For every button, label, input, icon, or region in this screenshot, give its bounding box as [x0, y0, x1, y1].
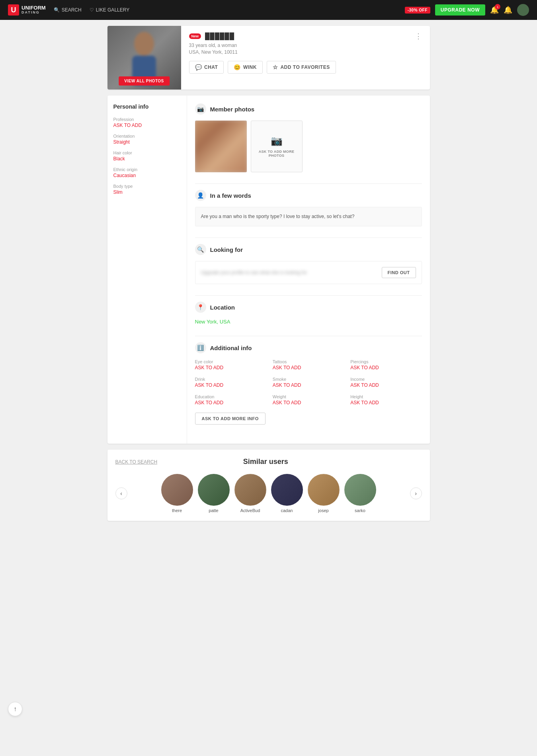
- carousel-prev-button[interactable]: ‹: [115, 487, 127, 499]
- ethnic-origin-group: Ethnic origin Caucasian: [113, 167, 181, 178]
- education-group: Education ASK TO ADD: [195, 394, 266, 405]
- discount-badge: -30% OFF: [405, 7, 430, 14]
- body-type-group: Body type Slim: [113, 184, 181, 195]
- list-item[interactable]: sarko: [344, 474, 376, 513]
- orientation-value: Straight: [113, 139, 181, 145]
- user-name-there: there: [172, 508, 182, 513]
- looking-for-section: 🔍 Looking for Upgrade your profile to se…: [195, 244, 422, 284]
- additional-section-title: Additional info: [210, 345, 252, 351]
- camera-placeholder-icon: 📷: [271, 135, 283, 146]
- additional-info-grid: Eye color ASK TO ADD Tattoos ASK TO ADD …: [195, 359, 422, 405]
- wink-button[interactable]: 😊 WINK: [228, 61, 263, 74]
- logo[interactable]: U UNIFORM DATING: [8, 4, 46, 16]
- location-value: New York, USA: [195, 319, 422, 325]
- looking-for-box: Upgrade your profile to see what she is …: [195, 261, 422, 284]
- hair-color-group: Hair color Black: [113, 150, 181, 162]
- tattoos-group: Tattoos ASK TO ADD: [273, 359, 344, 370]
- words-section-title: In a few words: [210, 192, 251, 199]
- star-icon: ☆: [273, 64, 278, 70]
- profile-info-section: New ██████ ⋮ 33 years old, a woman USA, …: [181, 26, 430, 90]
- ask-more-photos-button[interactable]: 📷 ASK TO ADD MORE PHOTOS: [251, 121, 303, 172]
- heart-icon: ♡: [90, 7, 94, 13]
- similar-users-row: ‹ there patte: [115, 474, 422, 513]
- profession-label: Profession: [113, 117, 181, 122]
- weight-group: Weight ASK TO ADD: [273, 394, 344, 405]
- list-item[interactable]: ActiveBud: [234, 474, 266, 513]
- new-badge: New: [189, 33, 201, 39]
- profession-value: ASK TO ADD: [113, 123, 181, 128]
- user-name-josep: josep: [318, 508, 328, 513]
- main-content: Personal info Profession ASK TO ADD Orie…: [107, 95, 430, 444]
- profile-sections: 📷 Member photos 📷 ASK TO ADD MORE PHOTOS: [187, 95, 430, 444]
- navbar: U UNIFORM DATING 🔍 SEARCH ♡ LIKE GALLERY…: [0, 0, 537, 20]
- photo-thumb-1[interactable]: [195, 121, 247, 172]
- body-type-value: Slim: [113, 189, 181, 195]
- user-avatar-nav[interactable]: [517, 4, 529, 16]
- upgrade-button[interactable]: UPGRADE NOW: [435, 4, 485, 16]
- orientation-label: Orientation: [113, 134, 181, 138]
- personal-info-title: Personal info: [113, 103, 181, 110]
- in-a-few-words-section: 👤 In a few words Are you a man who is th…: [195, 190, 422, 226]
- user-avatar-patte: [198, 474, 230, 506]
- logo-sub: DATING: [21, 11, 46, 15]
- back-to-search-link[interactable]: BACK TO SEARCH: [115, 459, 158, 465]
- photos-section-title: Member photos: [210, 106, 255, 113]
- users-list: there patte ActiveBud: [131, 474, 406, 513]
- chat-icon: 💬: [195, 64, 202, 70]
- profile-actions: 💬 CHAT 😊 WINK ☆ ADD TO FAVORITES: [189, 61, 422, 74]
- looking-section-title: Looking for: [210, 246, 243, 253]
- similar-users-title: Similar users: [157, 458, 374, 466]
- location-section-title: Location: [210, 304, 235, 311]
- bell-icon[interactable]: 🔔: [504, 6, 512, 14]
- ethnic-origin-value: Caucasian: [113, 173, 181, 178]
- blurred-looking-for-text: Upgrade your profile to see what she is …: [201, 269, 378, 277]
- person-section-icon: 👤: [195, 190, 206, 201]
- income-group: Income ASK TO ADD: [350, 377, 422, 388]
- notifications-icon[interactable]: 🔔 1: [490, 6, 499, 14]
- user-avatar-sarko: [344, 474, 376, 506]
- user-avatar-josep: [308, 474, 340, 506]
- view-all-photos-button[interactable]: VIEW ALL PHOTOS: [119, 76, 170, 86]
- user-name-sarko: sarko: [355, 508, 365, 513]
- similar-users-card: BACK TO SEARCH Similar users ‹ there pat…: [107, 450, 430, 521]
- location-section: 📍 Location New York, USA: [195, 302, 422, 325]
- orientation-group: Orientation Straight: [113, 134, 181, 145]
- user-name-cadan: cadan: [281, 508, 293, 513]
- like-gallery-link[interactable]: ♡ LIKE GALLERY: [90, 7, 130, 13]
- logo-name: UNIFORM: [21, 5, 46, 11]
- profession-group: Profession ASK TO ADD: [113, 117, 181, 128]
- hair-color-value: Black: [113, 156, 181, 162]
- list-item[interactable]: cadan: [271, 474, 303, 513]
- chat-button[interactable]: 💬 CHAT: [189, 61, 224, 74]
- profile-name-row: New ██████ ⋮: [189, 32, 422, 41]
- page-container: VIEW ALL PHOTOS New ██████ ⋮ 33 years ol…: [102, 20, 436, 533]
- photos-grid: 📷 ASK TO ADD MORE PHOTOS: [195, 121, 422, 172]
- user-avatar-cadan: [271, 474, 303, 506]
- info-section-icon: ℹ️: [195, 342, 206, 353]
- logo-u: U: [8, 4, 19, 16]
- drink-group: Drink ASK TO ADD: [195, 377, 266, 388]
- profile-photo-section: VIEW ALL PHOTOS: [107, 26, 181, 90]
- camera-section-icon: 📷: [195, 103, 206, 115]
- sidebar: Personal info Profession ASK TO ADD Orie…: [107, 95, 187, 444]
- user-name-activebud: ActiveBud: [240, 508, 260, 513]
- search-link[interactable]: 🔍 SEARCH: [54, 7, 82, 13]
- carousel-next-button[interactable]: ›: [410, 487, 422, 499]
- user-avatar-activebud: [234, 474, 266, 506]
- list-item[interactable]: patte: [198, 474, 230, 513]
- list-item[interactable]: there: [161, 474, 193, 513]
- pin-section-icon: 📍: [195, 302, 206, 313]
- wink-icon: 😊: [234, 64, 241, 70]
- svg-point-0: [134, 32, 154, 56]
- smoke-group: Smoke ASK TO ADD: [273, 377, 344, 388]
- favorites-button[interactable]: ☆ ADD TO FAVORITES: [267, 61, 336, 74]
- search-icon: 🔍: [54, 7, 60, 13]
- additional-info-section: ℹ️ Additional info Eye color ASK TO ADD …: [195, 342, 422, 425]
- profile-location: USA, New York, 10011: [189, 49, 422, 55]
- profile-name: ██████: [205, 33, 234, 40]
- find-out-button[interactable]: FIND OUT: [382, 267, 416, 278]
- list-item[interactable]: josep: [308, 474, 340, 513]
- more-options-icon[interactable]: ⋮: [415, 32, 422, 41]
- ask-more-info-button[interactable]: ASK TO ADD MORE INFO: [195, 413, 266, 425]
- hair-color-label: Hair color: [113, 150, 181, 155]
